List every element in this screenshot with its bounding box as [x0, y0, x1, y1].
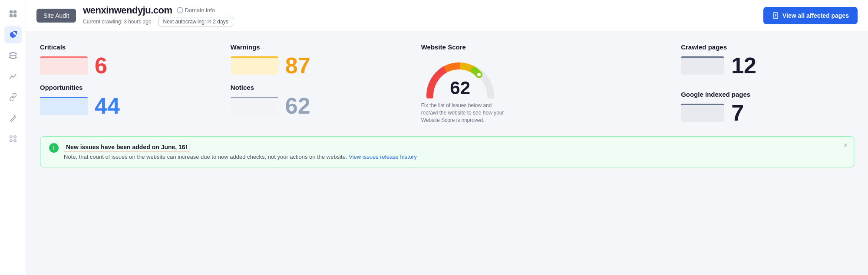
domain-info-label: Domain info [185, 7, 215, 13]
svg-rect-0 [10, 10, 13, 13]
google-bar [681, 104, 724, 122]
right-stats-section: Crawled pages 12 Google indexed pages 7 [681, 43, 854, 124]
notices-bar [231, 97, 278, 115]
crawling-row: Current crawling: 3 hours ago Next autoc… [83, 17, 233, 26]
warnings-bar [231, 56, 278, 75]
sidebar [0, 0, 26, 275]
analytics-icon[interactable] [4, 47, 22, 64]
opportunities-label: Opportunities [40, 84, 213, 91]
svg-rect-2 [10, 14, 13, 17]
warnings-value: 87 [285, 54, 310, 77]
notification-link[interactable]: View issues release history [349, 154, 417, 160]
domain-name-row: wenxinwendyju.com i Domain info [83, 5, 233, 16]
content-area: Criticals 6 Opportunities 44 [26, 31, 868, 275]
opportunities-block: Opportunities 44 [40, 84, 213, 117]
site-audit-button[interactable]: Site Audit [36, 9, 76, 23]
document-icon [772, 12, 779, 19]
domain-info-link[interactable]: i Domain info [177, 7, 215, 13]
grid-icon[interactable] [4, 5, 22, 23]
topbar: Site Audit wenxinwendyju.com i Domain in… [26, 0, 868, 31]
notification-banner: i New issues have been added on June, 16… [40, 136, 854, 167]
crawled-block: Crawled pages 12 [681, 43, 854, 77]
opportunities-row: 44 [40, 95, 213, 117]
notification-content: New issues have been added on June, 16! … [64, 143, 417, 161]
svg-point-5 [10, 136, 12, 138]
left-stats-section: Criticals 6 Opportunities 44 [40, 43, 213, 124]
website-score-section: Website Score [421, 43, 663, 124]
topbar-left: Site Audit wenxinwendyju.com i Domain in… [36, 5, 233, 26]
domain-name: wenxinwendyju.com [83, 5, 172, 16]
svg-point-15 [477, 72, 481, 77]
opportunities-bar [40, 97, 88, 115]
opportunities-value: 44 [95, 95, 120, 117]
warnings-label: Warnings [231, 43, 404, 51]
crawled-label: Crawled pages [681, 43, 854, 51]
notification-icon: i [49, 143, 59, 153]
notification-text: Note, that count of issues on the websit… [64, 153, 417, 161]
svg-text:i: i [179, 8, 181, 13]
svg-point-7 [10, 140, 12, 142]
google-row: 7 [681, 101, 854, 124]
magic-icon[interactable] [4, 109, 22, 127]
website-score-label: Website Score [421, 43, 466, 51]
svg-rect-1 [13, 10, 17, 13]
notices-value: 62 [285, 95, 310, 117]
stats-grid: Criticals 6 Opportunities 44 [40, 43, 854, 124]
crawled-bar [681, 56, 724, 75]
criticals-block: Criticals 6 [40, 43, 213, 77]
google-value: 7 [731, 101, 744, 124]
svg-point-6 [14, 136, 16, 138]
trending-icon[interactable] [4, 68, 22, 85]
domain-info-section: wenxinwendyju.com i Domain info Current … [83, 5, 233, 26]
integrations-icon[interactable] [4, 130, 22, 147]
svg-rect-3 [13, 14, 17, 17]
current-crawling-text: Current crawling: 3 hours ago [83, 19, 151, 25]
notification-close-button[interactable]: × [844, 142, 848, 149]
notices-block: Notices 62 [231, 84, 404, 117]
view-affected-label: View all affected pages [782, 12, 849, 19]
website-score-description: Fix the list of issues below and recrawl… [421, 102, 508, 124]
notices-label: Notices [231, 84, 404, 91]
website-score-value: 62 [450, 78, 470, 98]
gauge-container: 62 [421, 55, 499, 98]
notification-title: New issues have been added on June, 16! [64, 143, 189, 151]
info-icon: i [177, 7, 183, 13]
notices-row: 62 [231, 95, 404, 117]
middle-stats-section: Warnings 87 Notices 62 [231, 43, 404, 124]
criticals-label: Criticals [40, 43, 213, 51]
criticals-value: 6 [95, 54, 107, 77]
google-block: Google indexed pages 7 [681, 91, 854, 124]
links-icon[interactable] [4, 88, 22, 106]
view-affected-button[interactable]: View all affected pages [763, 7, 858, 24]
warnings-row: 87 [231, 54, 404, 77]
next-autocrawl-badge: Next autocrawling: in 2 days [158, 17, 233, 26]
crawled-row: 12 [681, 54, 854, 77]
main-content: Site Audit wenxinwendyju.com i Domain in… [26, 0, 868, 275]
svg-point-8 [14, 140, 16, 142]
notification-body: Note, that count of issues on the websit… [64, 154, 347, 160]
crawled-value: 12 [731, 54, 756, 77]
site-audit-sidebar-icon[interactable] [4, 26, 22, 43]
google-label: Google indexed pages [681, 91, 854, 98]
warnings-block: Warnings 87 [231, 43, 404, 77]
criticals-row: 6 [40, 54, 213, 77]
criticals-bar [40, 56, 88, 75]
